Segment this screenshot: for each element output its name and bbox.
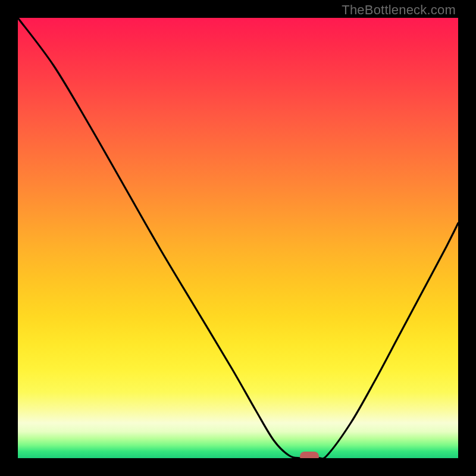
watermark-text: TheBottleneck.com — [342, 2, 456, 18]
chart-frame: TheBottleneck.com — [0, 0, 476, 476]
minimum-marker — [300, 452, 319, 458]
plot-area — [18, 18, 458, 458]
bottleneck-curve — [18, 18, 458, 458]
